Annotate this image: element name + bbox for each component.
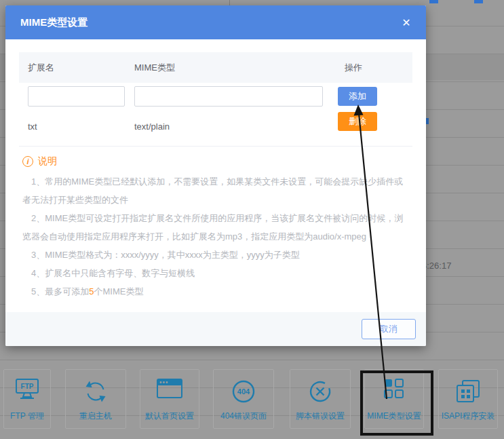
column-header-action: 操作 <box>345 62 362 74</box>
background-timestamp: 4:26:17 <box>422 261 451 271</box>
background-button-fragment <box>429 0 438 3</box>
notice-title: 说明 <box>38 155 57 168</box>
toolbar-card-404[interactable]: 404 404错误页面 <box>213 369 274 429</box>
notice-item: 1、常用的MIME类型已经默认添加，不需要设置，如果某类文件未设置，可能会提示缺… <box>22 172 404 209</box>
dialog-header: MIME类型设置 ✕ <box>5 5 426 39</box>
notice-list: 1、常用的MIME类型已经默认添加，不需要设置，如果某类文件未设置，可能会提示缺… <box>22 172 404 301</box>
toolbar-card-ftp[interactable]: FTP FTP 管理 <box>3 369 51 429</box>
row-mime-value: text/plain <box>134 121 170 132</box>
mime-settings-dialog: MIME类型设置 ✕ 扩展名 MIME类型 操作 添加 txt text/pla… <box>5 5 426 346</box>
section-divider <box>19 146 412 147</box>
notice-item: 2、MIME类型可设定打开指定扩展名文件所使用的应用程序，当该扩展名文件被访问的… <box>22 209 404 246</box>
toolbar-card-label: MIME类型设置 <box>367 411 421 422</box>
toolbar-card-label: 默认首页设置 <box>145 411 194 422</box>
toolbar-card-isapi[interactable]: ISAPI程序安装 <box>438 369 498 429</box>
notice-item: 3、MIME类型格式为：xxxx/yyyy，其中xxxx为主类型，yyyy为子类… <box>22 246 404 264</box>
toolbar-card-label: 404错误页面 <box>220 411 267 422</box>
toolbar-card-label: 脚本错误设置 <box>296 411 345 422</box>
svg-text:FTP: FTP <box>21 383 34 390</box>
close-icon[interactable]: ✕ <box>396 5 416 39</box>
toolbar-card-default-page[interactable]: 默认首页设置 <box>140 369 199 429</box>
toolbar-card-label: ISAPI程序安装 <box>442 411 495 422</box>
isapi-install-icon <box>439 378 497 405</box>
svg-text:404: 404 <box>237 387 250 396</box>
dialog-footer: 取消 <box>5 312 426 346</box>
toolbar-card-script-error[interactable]: 脚本错误设置 <box>290 369 351 429</box>
toolbar-card-restart[interactable]: 重启主机 <box>65 369 126 429</box>
column-header-mime-type: MIME类型 <box>134 62 175 74</box>
row-extension-value: txt <box>28 121 37 132</box>
delete-button[interactable]: 删除 <box>338 112 377 131</box>
toolbar-card-label: FTP 管理 <box>10 411 44 422</box>
table-header-row: 扩展名 MIME类型 操作 <box>19 52 412 83</box>
toolbar-card-label: 重启主机 <box>79 411 112 422</box>
add-button[interactable]: 添加 <box>338 87 377 106</box>
screen: 4:26:17 FTP FTP 管理 重启主机 <box>0 0 504 439</box>
ftp-monitor-icon: FTP <box>4 378 50 401</box>
mime-type-input[interactable] <box>134 86 323 107</box>
dialog-title: MIME类型设置 <box>20 16 88 29</box>
extension-input[interactable] <box>28 86 125 107</box>
background-button-fragment <box>474 0 483 3</box>
restart-arrows-icon <box>66 378 125 405</box>
browser-window-icon <box>140 378 199 400</box>
info-icon: i <box>22 156 33 167</box>
notice-item: 5、最多可添加5个MIME类型 <box>22 282 404 301</box>
notice-item: 4、扩展名中只能含有字母、数字与短横线 <box>22 264 404 282</box>
mime-grid-icon <box>365 378 423 400</box>
404-circle-icon: 404 <box>214 378 273 405</box>
column-header-extension: 扩展名 <box>28 62 54 74</box>
script-error-icon <box>290 378 350 405</box>
cancel-button[interactable]: 取消 <box>362 319 416 339</box>
notice-header: i 说明 <box>22 155 57 168</box>
toolbar-card-mime-settings[interactable]: MIME类型设置 <box>364 369 424 429</box>
